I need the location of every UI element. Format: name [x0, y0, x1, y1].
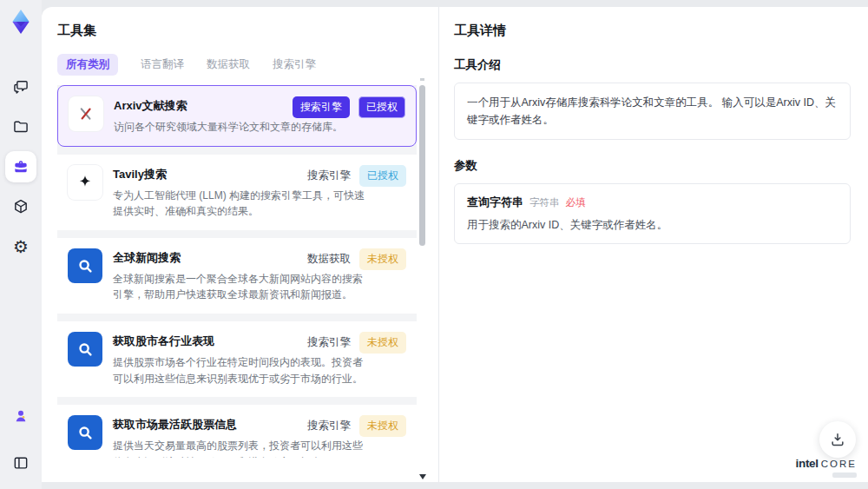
param-type: 字符串	[529, 196, 560, 209]
status-badge-authorized: 已授权	[359, 165, 406, 187]
arxiv-icon	[69, 96, 103, 131]
app-window: ⚙ 工具集 所有类别 语言翻	[0, 0, 868, 489]
param-required-badge: 必填	[566, 196, 586, 209]
main-content: 工具集 所有类别 语言翻译 数据获取 搜索引擎 A	[42, 7, 868, 482]
gear-icon: ⚙	[13, 238, 29, 255]
tool-card-list: Arxiv文献搜索 访问各个研究领域大量科学论文和文章的存储库。 搜索引擎 已授…	[57, 85, 417, 458]
category-label: 搜索引擎	[307, 169, 351, 183]
user-avatar-button[interactable]	[5, 400, 36, 432]
app-logo-icon	[8, 9, 34, 35]
user-avatar-icon	[12, 407, 30, 425]
nav-settings-button[interactable]: ⚙	[5, 231, 36, 262]
status-badge-authorized: 已授权	[358, 96, 405, 118]
param-name: 查询字符串	[467, 195, 523, 210]
tool-description: 提供当天交易量最高的股票列表，投资者可以利用这些信息来识别流动性强的股票和潜在的…	[113, 438, 366, 458]
page-title: 工具集	[57, 23, 438, 39]
params-heading: 参数	[454, 158, 851, 174]
category-label: 搜索引擎	[307, 335, 351, 350]
toolbox-icon	[12, 158, 30, 175]
list-scrollbar[interactable]	[419, 76, 425, 479]
intro-text: 一个用于从Arxiv存储库搜索科学论文和文章的工具。 输入可以是Arxiv ID…	[467, 94, 838, 129]
nav-files-button[interactable]	[5, 111, 36, 142]
status-badge-unauthorized: 未授权	[359, 415, 406, 437]
tool-detail-pane: 工具详情 工具介绍 一个用于从Arxiv存储库搜索科学论文和文章的工具。 输入可…	[439, 7, 868, 482]
folder-icon	[12, 118, 30, 135]
tools-list-pane: 工具集 所有类别 语言翻译 数据获取 搜索引擎 A	[42, 7, 439, 482]
category-tabs: 所有类别 语言翻译 数据获取 搜索引擎	[57, 54, 438, 76]
tab-search-engine[interactable]: 搜索引擎	[273, 57, 316, 72]
param-box: 查询字符串 字符串 必填 用于搜索的Arxiv ID、关键字或作者姓名。	[454, 183, 851, 244]
detail-title: 工具详情	[454, 23, 851, 39]
chat-icon	[12, 78, 30, 96]
tool-description: 全球新闻搜索是一个聚合全球各大新闻网站内容的搜索引擎，帮助用户快速获取全球最新资…	[113, 271, 366, 303]
collapse-sidebar-button[interactable]	[5, 447, 36, 479]
tool-card-global-news[interactable]: 全球新闻搜索 全球新闻搜索是一个聚合全球各大新闻网站内容的搜索引擎，帮助用户快速…	[57, 238, 417, 314]
news-search-icon	[68, 248, 102, 283]
category-label: 搜索引擎	[307, 419, 351, 433]
left-nav-rail: ⚙	[0, 0, 42, 489]
category-label: 数据获取	[307, 252, 351, 267]
tool-card-arxiv[interactable]: Arxiv文献搜索 访问各个研究领域大量科学论文和文章的存储库。 搜索引擎 已授…	[57, 85, 417, 147]
tool-card-active-stocks[interactable]: 获取市场最活跃股票信息 提供当天交易量最高的股票列表，投资者可以利用这些信息来识…	[57, 405, 417, 458]
scroll-down-arrow[interactable]	[419, 474, 426, 479]
sparkle-icon	[68, 165, 102, 200]
tool-card-sector-performance[interactable]: 获取股市各行业表现 提供股票市场各个行业在特定时间段内的表现。投资者可以利用这些…	[57, 321, 417, 397]
tool-description: 提供股票市场各个行业在特定时间段内的表现。投资者可以利用这些信息来识别表现优于或…	[113, 354, 366, 387]
stock-search-icon	[68, 415, 102, 450]
tab-data-fetch[interactable]: 数据获取	[207, 57, 250, 72]
intro-heading: 工具介绍	[454, 57, 851, 73]
intel-core-logo: intel core	[796, 458, 858, 478]
tool-description: 访问各个研究领域大量科学论文和文章的存储库。	[114, 119, 367, 135]
stock-search-icon	[68, 332, 102, 367]
download-icon	[829, 431, 846, 448]
param-description: 用于搜索的Arxiv ID、关键字或作者姓名。	[467, 218, 838, 233]
nav-tools-button[interactable]	[5, 151, 36, 182]
tab-all-categories[interactable]: 所有类别	[57, 54, 118, 76]
nav-models-button[interactable]	[5, 191, 36, 222]
scrollbar-thumb[interactable]	[419, 85, 425, 246]
tab-language-translation[interactable]: 语言翻译	[141, 57, 184, 72]
status-badge-unauthorized: 未授权	[359, 332, 406, 354]
rail-bottom-group	[5, 400, 36, 479]
cube-icon	[12, 198, 30, 215]
brand-intel-text: intel	[796, 458, 819, 471]
brand-core-text: core	[821, 459, 857, 470]
collapse-panel-icon	[12, 454, 30, 472]
download-button[interactable]	[819, 421, 856, 458]
scroll-up-arrow[interactable]	[420, 78, 424, 81]
intro-box: 一个用于从Arxiv存储库搜索科学论文和文章的工具。 输入可以是Arxiv ID…	[454, 83, 851, 140]
tool-card-tavily[interactable]: Tavily搜索 专为人工智能代理 (LLM) 构建的搜索引擎工具，可快速提供实…	[57, 155, 417, 230]
status-badge-unauthorized: 未授权	[359, 248, 406, 270]
nav-chat-button[interactable]	[5, 71, 36, 102]
category-badge: 搜索引擎	[293, 96, 350, 118]
tool-description: 专为人工智能代理 (LLM) 构建的搜索引擎工具，可快速提供实时、准确和真实的结…	[113, 188, 366, 220]
brand-sub-bar	[832, 472, 857, 478]
